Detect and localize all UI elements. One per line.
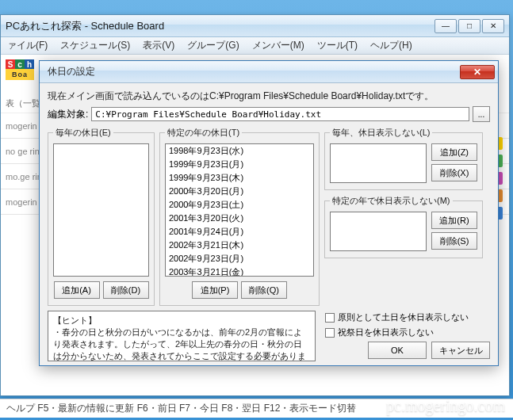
list-item[interactable]: 2000年3月20日(月)	[166, 185, 313, 198]
app-logo: Sch Boa	[6, 59, 34, 88]
ok-button[interactable]: OK	[368, 342, 427, 359]
list-item[interactable]: 2000年9月23日(土)	[166, 198, 313, 212]
dialog-title: 休日の設定	[48, 65, 460, 78]
chk2-label: 祝祭日を休日表示しない	[338, 326, 434, 338]
del-d-button[interactable]: 削除(D)	[103, 281, 149, 299]
path-input[interactable]	[91, 107, 469, 121]
dialog-titlebar: 休日の設定 ✕	[40, 61, 498, 83]
del-x-button[interactable]: 削除(X)	[431, 164, 477, 181]
window-title: PCあれこれ探索 - Schedule Board	[6, 19, 435, 33]
checkbox-icon	[325, 328, 335, 338]
hint-title: 【ヒント】	[53, 315, 97, 325]
group2-legend: 特定の年の休日(T)	[165, 127, 242, 139]
add-r-button[interactable]: 追加(R)	[431, 212, 477, 229]
holiday-settings-dialog: 休日の設定 ✕ 現在メイン画面で読み込んでいるのはC:¥Program File…	[39, 60, 499, 366]
yearly-holidays-list[interactable]	[53, 143, 149, 277]
list-item[interactable]: 2001年9月24日(月)	[166, 225, 313, 239]
maximize-button[interactable]: □	[458, 19, 480, 33]
add-p-button[interactable]: 追加(P)	[192, 281, 238, 299]
list-item[interactable]: 2001年3月20日(火)	[166, 212, 313, 225]
group-specific-exclude: 特定の年で休日表示しない(M) 追加(R) 削除(S)	[324, 195, 483, 258]
status-text: ヘルプ F5・最新の情報に更新 F6・前日 F7・今日 F8・翌日 F12・表示…	[6, 402, 356, 415]
specific-exclude-list[interactable]	[330, 212, 427, 251]
browse-button[interactable]: ...	[473, 106, 490, 122]
menubar: ァイル(F) スケジュール(S) 表示(V) グループ(G) メンバー(M) ツ…	[1, 37, 509, 55]
menu-help[interactable]: ヘルプ(H)	[364, 36, 419, 55]
checkbox-weekend[interactable]: 原則として土日を休日表示しない	[325, 311, 490, 323]
group-yearly-exclude: 毎年、休日表示しない(L) 追加(Z) 削除(X)	[324, 127, 483, 190]
chk1-label: 原則として土日を休日表示しない	[338, 311, 469, 323]
list-item[interactable]: 2003年3月21日(金)	[166, 265, 313, 277]
menu-file[interactable]: ァイル(F)	[1, 36, 54, 55]
del-s-button[interactable]: 削除(S)	[431, 232, 477, 250]
list-item[interactable]: 2002年3月21日(木)	[166, 239, 313, 252]
group4-legend: 特定の年で休日表示しない(M)	[330, 195, 453, 207]
menu-view[interactable]: 表示(V)	[136, 36, 181, 55]
hint-box: 【ヒント】 ・春分の日と秋分の日がいつになるかは、前年の2月の官報により発表され…	[48, 311, 316, 361]
add-z-button[interactable]: 追加(Z)	[431, 143, 477, 161]
group-yearly-holidays: 毎年の休日(E) 追加(A) 削除(D)	[48, 127, 155, 306]
list-item[interactable]: 1999年9月23日(月)	[166, 158, 313, 171]
dialog-close-button[interactable]: ✕	[460, 65, 495, 79]
del-q-button[interactable]: 削除(Q)	[241, 281, 287, 299]
group1-legend: 毎年の休日(E)	[53, 127, 113, 139]
list-item[interactable]: 1998年9月23日(水)	[166, 144, 313, 158]
info-text: 現在メイン画面で読み込んでいるのはC:¥Program Files¥Schedu…	[48, 90, 490, 103]
dialog-bottom-right: 原則として土日を休日表示しない 祝祭日を休日表示しない OK キャンセル	[325, 311, 490, 359]
list-item[interactable]: 1999年9月23日(木)	[166, 171, 313, 185]
watermark: pc.mogeringo.com	[386, 397, 505, 415]
checkbox-icon	[325, 313, 335, 323]
menu-member[interactable]: メンバー(M)	[246, 36, 311, 55]
group-specific-year-holidays: 特定の年の休日(T) 1998年9月23日(水)1999年9月23日(月)199…	[159, 127, 320, 306]
main-titlebar: PCあれこれ探索 - Schedule Board — □ ✕	[1, 15, 509, 37]
menu-tool[interactable]: ツール(T)	[311, 36, 364, 55]
menu-schedule[interactable]: スケジュール(S)	[54, 36, 136, 55]
minimize-button[interactable]: —	[435, 19, 457, 33]
cancel-button[interactable]: キャンセル	[431, 342, 490, 359]
add-a-button[interactable]: 追加(A)	[54, 281, 100, 299]
menu-group[interactable]: グループ(G)	[181, 36, 245, 55]
group3-legend: 毎年、休日表示しない(L)	[330, 127, 432, 139]
path-label: 編集対象:	[48, 108, 88, 121]
yearly-exclude-list[interactable]	[330, 143, 427, 183]
close-button[interactable]: ✕	[482, 19, 504, 33]
specific-year-list[interactable]: 1998年9月23日(水)1999年9月23日(月)1999年9月23日(木)2…	[165, 143, 314, 277]
hint-body: ・春分の日と秋分の日がいつになるかは、前年の2月の官報により発表されます。したが…	[53, 327, 306, 361]
list-item[interactable]: 2002年9月23日(月)	[166, 252, 313, 265]
checkbox-national[interactable]: 祝祭日を休日表示しない	[325, 326, 490, 338]
window-controls: — □ ✕	[435, 19, 504, 33]
